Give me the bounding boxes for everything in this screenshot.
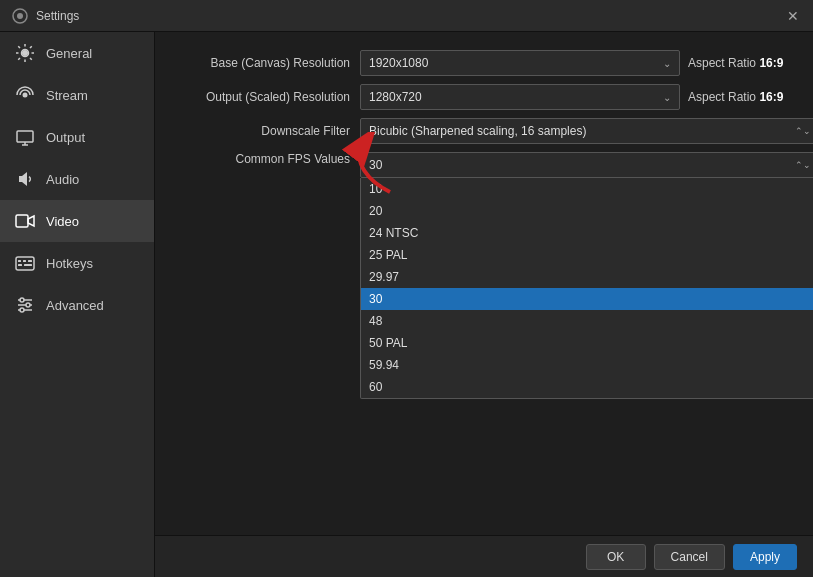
sidebar-label-stream: Stream — [46, 88, 88, 103]
sidebar-label-output: Output — [46, 130, 85, 145]
ok-button[interactable]: OK — [586, 544, 646, 570]
svg-rect-9 — [23, 260, 26, 262]
close-button[interactable]: ✕ — [785, 8, 801, 24]
fps-option-10[interactable]: 10 — [361, 178, 813, 200]
sidebar: General Stream Output — [0, 32, 155, 577]
output-resolution-value: 1280x720 — [369, 90, 422, 104]
svg-rect-10 — [28, 260, 32, 262]
sidebar-label-advanced: Advanced — [46, 298, 104, 313]
fps-option-50pal[interactable]: 50 PAL — [361, 332, 813, 354]
advanced-icon — [14, 294, 36, 316]
svg-point-15 — [20, 308, 24, 312]
output-resolution-row: Output (Scaled) Resolution 1280x720 ⌄ As… — [175, 84, 793, 110]
output-resolution-label: Output (Scaled) Resolution — [175, 90, 360, 104]
fps-row: Common FPS Values 30 ⌃⌄ 10 20 24 NTSC 25… — [175, 152, 793, 399]
svg-rect-7 — [16, 257, 34, 270]
fps-chevron: ⌃⌄ — [795, 160, 811, 170]
svg-rect-5 — [17, 131, 33, 142]
base-resolution-label: Base (Canvas) Resolution — [175, 56, 360, 70]
downscale-filter-row: Downscale Filter Bicubic (Sharpened scal… — [175, 118, 793, 144]
fps-dropdown-wrap: 30 ⌃⌄ 10 20 24 NTSC 25 PAL 29.97 30 48 5… — [360, 152, 813, 399]
output-aspect-label: Aspect Ratio 16:9 — [688, 90, 783, 104]
titlebar-icon — [12, 8, 28, 24]
downscale-filter-dropdown[interactable]: Bicubic (Sharpened scaling, 16 samples) … — [360, 118, 813, 144]
sidebar-label-hotkeys: Hotkeys — [46, 256, 93, 271]
svg-point-14 — [26, 303, 30, 307]
content-area: Base (Canvas) Resolution 1920x1080 ⌄ Asp… — [155, 32, 813, 577]
bottom-bar: OK Cancel Apply — [155, 535, 813, 577]
svg-rect-6 — [16, 215, 28, 227]
fps-option-20[interactable]: 20 — [361, 200, 813, 222]
sidebar-item-advanced[interactable]: Advanced — [0, 284, 154, 326]
output-icon — [14, 126, 36, 148]
downscale-filter-control: Bicubic (Sharpened scaling, 16 samples) … — [360, 118, 813, 144]
fps-list: 10 20 24 NTSC 25 PAL 29.97 30 48 50 PAL … — [360, 178, 813, 399]
fps-option-25pal[interactable]: 25 PAL — [361, 244, 813, 266]
fps-option-60[interactable]: 60 — [361, 376, 813, 398]
output-aspect-value: 16:9 — [759, 90, 783, 104]
sidebar-label-audio: Audio — [46, 172, 79, 187]
base-resolution-dropdown[interactable]: 1920x1080 ⌄ — [360, 50, 680, 76]
output-resolution-chevron: ⌄ — [663, 92, 671, 103]
svg-point-13 — [20, 298, 24, 302]
sidebar-item-stream[interactable]: Stream — [0, 74, 154, 116]
svg-rect-8 — [18, 260, 21, 262]
sidebar-label-general: General — [46, 46, 92, 61]
output-resolution-control: 1280x720 ⌄ Aspect Ratio 16:9 — [360, 84, 793, 110]
output-resolution-dropdown[interactable]: 1280x720 ⌄ — [360, 84, 680, 110]
sidebar-label-video: Video — [46, 214, 79, 229]
sidebar-item-video[interactable]: Video — [0, 200, 154, 242]
titlebar: Settings ✕ — [0, 0, 813, 32]
fps-option-30[interactable]: 30 — [361, 288, 813, 310]
fps-selector[interactable]: 30 ⌃⌄ — [360, 152, 813, 178]
fps-label: Common FPS Values — [175, 152, 360, 166]
sidebar-item-general[interactable]: General — [0, 32, 154, 74]
fps-option-24ntsc[interactable]: 24 NTSC — [361, 222, 813, 244]
downscale-filter-value: Bicubic (Sharpened scaling, 16 samples) — [369, 124, 586, 138]
sidebar-item-hotkeys[interactable]: Hotkeys — [0, 242, 154, 284]
audio-icon — [14, 168, 36, 190]
downscale-filter-chevron: ⌃⌄ — [795, 126, 811, 136]
main-layout: General Stream Output — [0, 32, 813, 577]
video-icon — [14, 210, 36, 232]
base-resolution-value: 1920x1080 — [369, 56, 428, 70]
fps-option-2997[interactable]: 29.97 — [361, 266, 813, 288]
svg-rect-11 — [18, 264, 22, 266]
sidebar-item-audio[interactable]: Audio — [0, 158, 154, 200]
cancel-button[interactable]: Cancel — [654, 544, 725, 570]
base-resolution-chevron: ⌄ — [663, 58, 671, 69]
svg-rect-12 — [24, 264, 32, 266]
downscale-filter-label: Downscale Filter — [175, 124, 360, 138]
svg-point-1 — [17, 13, 23, 19]
base-resolution-row: Base (Canvas) Resolution 1920x1080 ⌄ Asp… — [175, 50, 793, 76]
titlebar-title: Settings — [36, 9, 785, 23]
svg-point-4 — [23, 93, 28, 98]
base-aspect-label: Aspect Ratio 16:9 — [688, 56, 783, 70]
sidebar-item-output[interactable]: Output — [0, 116, 154, 158]
stream-icon — [14, 84, 36, 106]
base-resolution-control: 1920x1080 ⌄ Aspect Ratio 16:9 — [360, 50, 793, 76]
fps-option-48[interactable]: 48 — [361, 310, 813, 332]
hotkeys-icon — [14, 252, 36, 274]
fps-option-5994[interactable]: 59.94 — [361, 354, 813, 376]
apply-button[interactable]: Apply — [733, 544, 797, 570]
base-aspect-value: 16:9 — [759, 56, 783, 70]
fps-selected-value: 30 — [369, 158, 382, 172]
general-icon — [14, 42, 36, 64]
